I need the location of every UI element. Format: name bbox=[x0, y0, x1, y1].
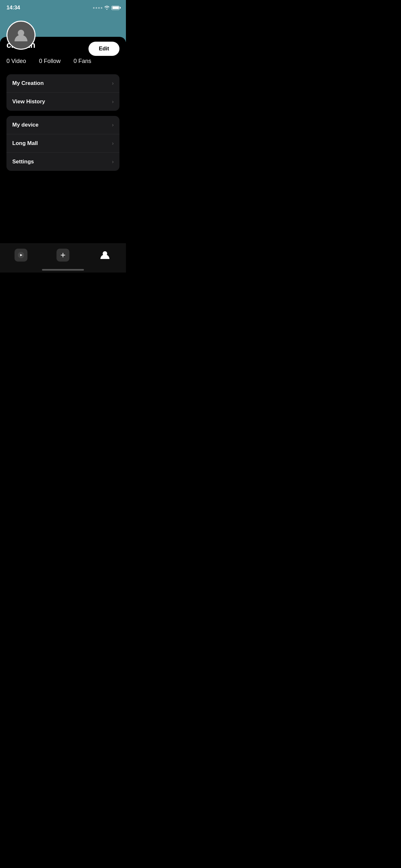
status-icons bbox=[93, 6, 120, 10]
status-bar: 14:34 bbox=[0, 0, 126, 13]
edit-button[interactable]: Edit bbox=[89, 42, 120, 56]
menu-group-2: My device › Long Mall › Settings › bbox=[6, 116, 120, 171]
battery-icon bbox=[112, 6, 120, 10]
home-indicator bbox=[42, 269, 84, 271]
menu-item-view-history[interactable]: View History › bbox=[6, 93, 120, 111]
plus-icon bbox=[59, 252, 66, 259]
tab-bar bbox=[0, 244, 126, 273]
chevron-right-icon: › bbox=[112, 99, 114, 104]
signal-dots bbox=[93, 7, 102, 9]
tab-home[interactable] bbox=[0, 249, 42, 261]
menu-item-my-device[interactable]: My device › bbox=[6, 116, 120, 134]
stat-video-value-label: 0 Video bbox=[6, 58, 26, 65]
chevron-right-icon: › bbox=[112, 81, 114, 86]
menu-item-my-creation[interactable]: My Creation › bbox=[6, 74, 120, 93]
play-icon bbox=[18, 252, 25, 259]
chevron-right-icon: › bbox=[112, 141, 114, 146]
stat-fans-value-label: 0 Fans bbox=[73, 58, 91, 65]
menu-item-long-mall[interactable]: Long Mall › bbox=[6, 134, 120, 153]
main-content: Edit chenzh 0 Video 0 Follow 0 Fans bbox=[0, 14, 126, 273]
avatar-placeholder-icon bbox=[13, 27, 29, 43]
stat-follow: 0 Follow bbox=[39, 58, 61, 65]
status-time: 14:34 bbox=[6, 4, 20, 11]
tab-add[interactable] bbox=[42, 249, 84, 261]
stats-row: 0 Video 0 Follow 0 Fans bbox=[6, 58, 120, 65]
avatar bbox=[6, 21, 35, 50]
stat-follow-value-label: 0 Follow bbox=[39, 58, 61, 65]
menu-item-settings[interactable]: Settings › bbox=[6, 153, 120, 171]
menu-group-1: My Creation › View History › bbox=[6, 74, 120, 111]
chevron-right-icon: › bbox=[112, 122, 114, 128]
profile-section: Edit chenzh 0 Video 0 Follow 0 Fans bbox=[0, 37, 126, 215]
tab-profile[interactable] bbox=[84, 250, 126, 260]
chevron-right-icon: › bbox=[112, 159, 114, 165]
person-icon bbox=[100, 250, 110, 260]
stat-video: 0 Video bbox=[6, 58, 26, 65]
stat-fans: 0 Fans bbox=[73, 58, 91, 65]
profile-tab-icon bbox=[99, 250, 111, 260]
svg-rect-3 bbox=[61, 255, 65, 255]
wifi-icon bbox=[104, 6, 110, 10]
add-tab-icon bbox=[57, 249, 69, 261]
home-tab-icon bbox=[14, 249, 27, 261]
